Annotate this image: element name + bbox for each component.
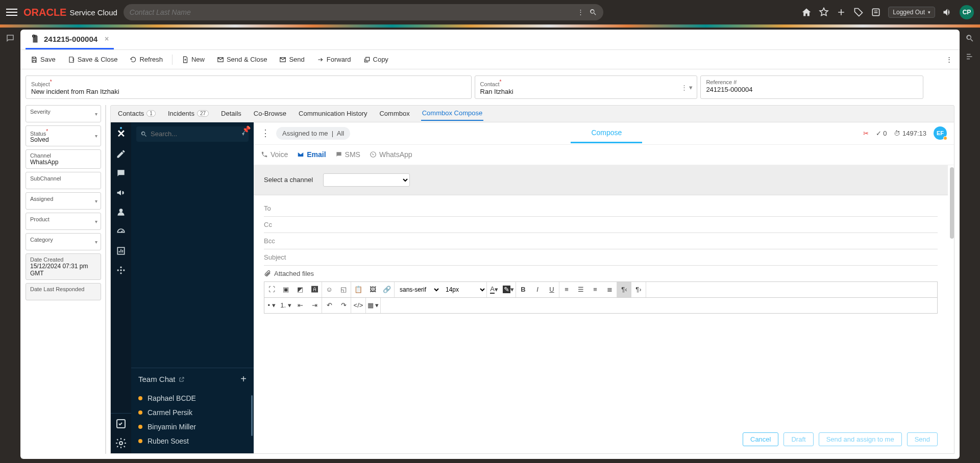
outdent-icon[interactable]: ⇤ xyxy=(293,298,307,313)
tab-contacts[interactable]: Contacts1 xyxy=(117,107,157,120)
open-external-icon[interactable] xyxy=(179,376,185,382)
tab-cobrowse[interactable]: Co-Browse xyxy=(253,107,287,120)
edit-icon[interactable] xyxy=(116,149,126,159)
plus-icon[interactable] xyxy=(836,7,846,17)
right-search-icon[interactable] xyxy=(965,34,974,43)
emoji-icon[interactable]: ☺ xyxy=(322,282,336,297)
justify-icon[interactable]: ≣ xyxy=(602,282,617,297)
tab-commbox-compose[interactable]: Commbox Compose xyxy=(421,106,484,121)
italic-icon[interactable]: I xyxy=(530,282,545,297)
dashboard-icon[interactable] xyxy=(116,226,126,237)
tab-incidents[interactable]: Incidents27 xyxy=(167,107,210,120)
indent-icon[interactable]: ⇥ xyxy=(307,298,322,313)
highlight-icon[interactable]: ✎▾ xyxy=(501,282,516,297)
report-icon[interactable] xyxy=(116,246,126,256)
home-icon[interactable] xyxy=(801,7,812,17)
save-button[interactable]: Save xyxy=(26,54,61,65)
tag-icon[interactable] xyxy=(853,7,864,17)
right-list-icon[interactable] xyxy=(965,52,974,61)
table-icon[interactable]: ▦ ▾ xyxy=(366,298,380,313)
contact-dropdown-icon[interactable]: ⋮ ▾ xyxy=(681,83,693,91)
megaphone-icon[interactable] xyxy=(116,188,126,198)
assignment-filter[interactable]: Assigned to me | All xyxy=(276,127,350,140)
assigned-field[interactable]: Assigned▾ xyxy=(26,192,101,210)
settings-icon[interactable] xyxy=(115,437,127,449)
global-search[interactable]: ⋮ xyxy=(124,4,603,20)
global-search-input[interactable] xyxy=(130,8,577,16)
font-size-select[interactable]: 14px xyxy=(440,282,486,297)
cc-field[interactable]: Cc xyxy=(264,217,938,233)
agent-avatar[interactable]: EF xyxy=(934,126,947,140)
draft-button[interactable]: Draft xyxy=(783,432,813,446)
category-field[interactable]: Category▾ xyxy=(26,233,101,250)
subchannel-field[interactable]: SubChannel xyxy=(26,172,101,189)
subject-input[interactable]: Subject xyxy=(264,249,938,266)
chat-bubble-icon[interactable] xyxy=(6,34,15,43)
text-color-icon[interactable]: A▾ xyxy=(487,282,501,297)
align-center-icon[interactable]: ☰ xyxy=(574,282,588,297)
search-icon[interactable] xyxy=(589,8,597,16)
channel-field[interactable]: ChannelWhatsApp xyxy=(26,149,101,169)
notes-icon[interactable] xyxy=(871,7,881,17)
add-chat-icon[interactable]: + xyxy=(240,373,247,385)
redo-icon[interactable]: ↷ xyxy=(336,298,351,313)
scissors-icon[interactable]: ✂ xyxy=(863,130,869,137)
severity-field[interactable]: Severity▾ xyxy=(26,105,101,122)
team-member[interactable]: Binyamin Miller xyxy=(138,420,247,434)
image-icon[interactable]: 🖼 xyxy=(365,282,380,297)
channel-email[interactable]: Email xyxy=(297,150,326,159)
number-list-icon[interactable]: 1. ▾ xyxy=(279,298,293,313)
incident-tab[interactable]: ! 241215-000004 × xyxy=(26,30,114,49)
forward-button[interactable]: Forward xyxy=(312,54,356,65)
copy-button[interactable]: Copy xyxy=(358,54,394,65)
code-icon[interactable]: </> xyxy=(351,298,365,313)
refresh-button[interactable]: Refresh xyxy=(125,54,168,65)
network-icon[interactable] xyxy=(116,265,126,275)
status-field[interactable]: Status*Solved▾ xyxy=(26,125,101,147)
send-close-button[interactable]: Send & Close xyxy=(212,54,273,65)
bold-icon[interactable]: B xyxy=(516,282,530,297)
chat-search-input[interactable] xyxy=(151,130,239,138)
compose-menu-icon[interactable]: ⋮ xyxy=(261,127,270,139)
cancel-button[interactable]: Cancel xyxy=(743,432,778,446)
team-member[interactable]: Ruben Soest xyxy=(138,434,247,448)
channel-dropdown[interactable] xyxy=(323,173,410,187)
translate-icon[interactable]: 🅰 xyxy=(307,282,322,297)
login-status[interactable]: Logged Out▾ xyxy=(888,7,935,18)
menu-icon[interactable] xyxy=(6,7,17,18)
object-icon[interactable]: ◱ xyxy=(336,282,351,297)
people-icon[interactable] xyxy=(116,207,126,217)
pin-icon[interactable]: 📌 xyxy=(242,125,251,134)
undo-icon[interactable]: ↶ xyxy=(322,298,336,313)
message-icon[interactable] xyxy=(116,168,126,178)
chat-search[interactable]: ▾ xyxy=(136,126,249,142)
save-close-button[interactable]: Save & Close xyxy=(63,54,123,65)
rtl-icon[interactable]: ¶› xyxy=(631,282,646,297)
align-left-icon[interactable]: ≡ xyxy=(559,282,574,297)
screen2-icon[interactable]: ◩ xyxy=(293,282,307,297)
contact-field[interactable]: Contact* Ran Itzhaki ⋮ ▾ xyxy=(475,75,698,99)
team-member[interactable]: Raphael BCDE xyxy=(138,391,247,405)
to-field[interactable]: To xyxy=(264,200,938,217)
tab-comm-history[interactable]: Communication History xyxy=(298,107,368,120)
link-icon[interactable]: 🔗 xyxy=(380,282,394,297)
compose-scrollbar[interactable] xyxy=(950,167,954,239)
tab-details[interactable]: Details xyxy=(220,107,242,120)
send-button[interactable]: Send xyxy=(274,54,309,65)
paste-icon[interactable]: 📋 xyxy=(351,282,365,297)
bullet-list-icon[interactable]: • ▾ xyxy=(264,298,279,313)
volume-icon[interactable] xyxy=(942,7,952,17)
attachments-row[interactable]: Attached files xyxy=(264,266,938,281)
screen1-icon[interactable]: ▣ xyxy=(279,282,293,297)
channel-voice[interactable]: Voice xyxy=(261,150,288,159)
send-assign-button[interactable]: Send and assign to me xyxy=(819,432,902,446)
new-button[interactable]: New xyxy=(177,54,210,65)
user-avatar[interactable]: CP xyxy=(960,5,974,19)
compose-subtab[interactable]: Compose xyxy=(571,123,642,143)
star-icon[interactable] xyxy=(819,7,829,17)
underline-icon[interactable]: U xyxy=(545,282,559,297)
subject-field[interactable]: Subject* New incident from Ran Itzhaki xyxy=(26,75,472,99)
product-field[interactable]: Product▾ xyxy=(26,213,101,230)
tab-commbox[interactable]: Commbox xyxy=(378,107,410,120)
fullscreen-icon[interactable]: ⛶ xyxy=(264,282,279,297)
